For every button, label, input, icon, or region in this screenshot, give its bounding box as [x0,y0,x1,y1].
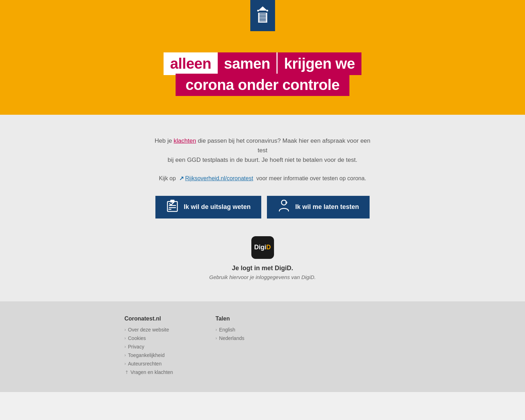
klachten-link[interactable]: klachten [174,137,196,144]
footer: Coronatest.nl ›Over deze website ›Cookie… [0,301,525,392]
list-item: ›Cookies [125,335,173,341]
footer-col2-heading: Talen [216,316,245,322]
chevron-icon: › [125,353,126,358]
intro-line1: Heb je klachten die passen bij het coron… [155,137,371,154]
svg-rect-5 [259,13,266,14]
svg-point-3 [257,10,259,11]
digid-section: DigiD Je logt in met DigiD. Gebruik hier… [209,236,316,280]
word-samen: samen [218,52,277,75]
digid-logo: DigiD [251,236,274,259]
word-alleen: alleen [164,52,217,75]
chevron-icon: › [125,344,126,349]
uitslag-label: Ik wil de uitslag weten [184,203,251,211]
chevron-icon: › [216,336,217,341]
digid-subtitle: Gebruik hiervoor je inloggegevens van Di… [209,274,316,280]
word-krijgen-we: krijgen we [276,52,361,75]
svg-rect-11 [167,202,177,211]
nederlands-link[interactable]: Nederlands [219,335,245,341]
crown-icon [256,6,269,26]
list-item: ›Over deze website [125,327,173,333]
testen-button[interactable]: Ik wil me laten testen [267,196,370,218]
uitslag-button[interactable]: Ik wil de uitslag weten [155,196,261,218]
svg-point-2 [262,7,264,10]
list-item: ›Nederlands [216,335,245,341]
external-link-icon: ↗ [179,175,184,181]
chevron-icon: › [216,327,217,332]
svg-point-16 [285,202,287,204]
rijksoverheid-link-line: Kijk op ↗ Rijksoverheid.nl/coronatest vo… [159,175,366,182]
testen-label: Ik wil me laten testen [295,203,359,211]
digid-logo-text: DigiD [254,244,271,251]
rijksoverheid-link[interactable]: Rijksoverheid.nl/coronatest [185,175,253,181]
svg-rect-9 [259,19,266,20]
english-link[interactable]: English [219,327,235,333]
auteursrechten-link[interactable]: Auteursrechten [128,361,162,367]
clipboard-icon [166,199,179,215]
over-website-link[interactable]: Over deze website [128,327,169,333]
footer-col1-heading: Coronatest.nl [125,316,173,322]
svg-rect-7 [259,16,266,17]
intro-line2: bij een GGD testplaats in de buurt. Je h… [168,157,358,163]
svg-rect-6 [259,15,266,16]
chevron-icon: › [125,336,126,341]
digid-title: Je logt in met DigiD. [232,265,293,272]
vragen-link[interactable]: Vragen en klachten [131,369,173,375]
chevron-icon: › [125,361,126,366]
main-content: Heb je klachten die passen bij het coron… [0,115,525,301]
external-arrow-icon: ↗ [123,369,130,375]
action-buttons: Ik wil de uitslag weten Ik wil me laten … [155,196,370,218]
chevron-icon: › [125,327,126,332]
toegankelijkheid-link[interactable]: Toegankelijkheid [128,352,165,358]
footer-col-coronatest: Coronatest.nl ›Over deze website ›Cookie… [125,316,173,378]
list-item: ↗Vragen en klachten [125,369,173,375]
link-suffix: voor meer informatie over testen op coro… [256,175,366,181]
footer-col2-list: ›English ›Nederlands [216,327,245,341]
svg-rect-8 [259,18,266,18]
government-logo [250,0,275,31]
svg-rect-13 [169,205,176,206]
footer-inner: Coronatest.nl ›Over deze website ›Cookie… [103,316,422,378]
hero-section: alleen samen krijgen we corona onder con… [0,0,525,115]
headline-line2: corona onder controle [176,76,349,93]
list-item: ›Privacy [125,344,173,350]
list-item: ›English [216,327,245,333]
privacy-link[interactable]: Privacy [128,344,144,350]
cookies-link[interactable]: Cookies [128,335,146,341]
link-prefix: Kijk op [159,175,176,181]
svg-rect-14 [169,207,176,208]
person-icon [278,200,290,214]
footer-col1-list: ›Over deze website ›Cookies ›Privacy ›To… [125,327,173,375]
headline-line1: alleen samen krijgen we [164,52,361,75]
headline: alleen samen krijgen we corona onder con… [164,52,361,93]
svg-point-4 [266,10,268,11]
word-corona-onder-controle: corona onder controle [176,74,349,96]
footer-col-talen: Talen ›English ›Nederlands [216,316,245,378]
list-item: ›Toegankelijkheid [125,352,173,358]
svg-rect-10 [259,21,266,21]
intro-paragraph: Heb je klachten die passen bij het coron… [149,136,376,165]
list-item: ›Auteursrechten [125,361,173,367]
